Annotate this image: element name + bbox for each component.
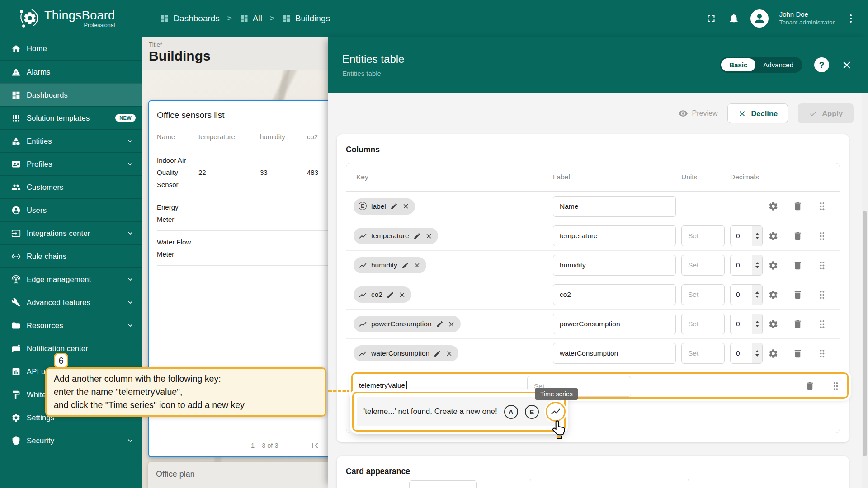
delete-trash-icon[interactable]	[793, 348, 803, 359]
decline-button[interactable]: Decline	[727, 103, 788, 123]
decimals-stepper[interactable]	[752, 226, 762, 246]
edit-icon[interactable]	[413, 232, 421, 240]
key-chip[interactable]: powerConsumption	[354, 316, 461, 332]
sidebar-item[interactable]: Profiles	[0, 152, 142, 175]
decimals-stepper[interactable]	[752, 255, 762, 275]
delete-trash-icon[interactable]	[793, 290, 803, 300]
delete-trash-icon[interactable]	[793, 319, 803, 329]
sidebar-item[interactable]: Notification center	[0, 337, 142, 360]
app-logo[interactable]: ThingsBoard Professional	[0, 8, 115, 29]
delete-trash-icon[interactable]	[793, 201, 803, 211]
column-settings-gear-icon[interactable]	[768, 319, 778, 329]
sidebar-item[interactable]: Integrations center	[0, 221, 142, 244]
appearance-field[interactable]	[409, 480, 477, 488]
attribute-icon[interactable]: A	[504, 405, 518, 419]
drag-handle-icon[interactable]	[830, 381, 841, 391]
column-settings-gear-icon[interactable]	[768, 260, 778, 271]
column-settings-gear-icon[interactable]	[768, 348, 778, 359]
key-chip[interactable]: E label	[354, 198, 415, 215]
toggle-advanced[interactable]: Advanced	[755, 61, 801, 69]
label-input[interactable]: Name	[553, 196, 676, 217]
drag-handle-icon[interactable]	[817, 348, 827, 359]
decimals-input[interactable]: 0	[730, 314, 763, 334]
edit-icon[interactable]	[387, 291, 394, 299]
apply-button[interactable]: Apply	[798, 103, 854, 123]
edit-icon[interactable]	[436, 320, 443, 328]
create-new-key-option[interactable]: 'teleme...' not found. Create a new one!…	[357, 397, 561, 426]
first-page-icon[interactable]	[310, 440, 321, 451]
drag-handle-icon[interactable]	[817, 319, 827, 329]
remove-icon[interactable]	[402, 202, 410, 210]
drag-handle-icon[interactable]	[817, 290, 827, 300]
remove-icon[interactable]	[398, 291, 406, 299]
notifications-bell-icon[interactable]	[728, 13, 740, 24]
label-input[interactable]: co2	[553, 284, 676, 305]
key-input[interactable]: telemetryValue	[359, 381, 405, 389]
units-input[interactable]: Set	[681, 255, 725, 276]
table-row[interactable]: Energy Meter	[157, 196, 328, 231]
decimals-input[interactable]: 0	[730, 255, 763, 276]
breadcrumb-all[interactable]: All	[240, 14, 262, 23]
user-info[interactable]: John Doe Tenant administrator	[779, 10, 835, 27]
decimals-input[interactable]: 0	[730, 284, 763, 305]
office-plan-widget[interactable]: Office plan	[148, 462, 328, 488]
sidebar-item[interactable]: Home	[0, 37, 142, 60]
close-icon[interactable]	[841, 59, 853, 71]
decimals-input[interactable]: 0	[730, 225, 763, 246]
breadcrumb-buildings[interactable]: Buildings	[282, 14, 330, 23]
remove-icon[interactable]	[425, 232, 433, 240]
edit-icon[interactable]	[401, 262, 409, 269]
sidebar-item[interactable]: Advanced features	[0, 291, 142, 314]
sidebar-item[interactable]: Security	[0, 429, 142, 452]
sidebar-item[interactable]: Solution templates NEW	[0, 106, 142, 129]
preview-button[interactable]: Preview	[678, 108, 718, 118]
units-input[interactable]: Set	[681, 284, 725, 305]
remove-icon[interactable]	[413, 262, 421, 269]
label-input[interactable]: temperature	[553, 225, 676, 246]
decimals-stepper[interactable]	[752, 314, 762, 334]
table-row[interactable]: Indoor Air Quality Sensor 22 33 483	[157, 149, 328, 196]
sidebar-item[interactable]: Dashboards	[0, 83, 142, 106]
key-chip[interactable]: co2	[354, 286, 411, 303]
delete-trash-icon[interactable]	[793, 231, 803, 241]
label-input[interactable]: humidity	[553, 255, 676, 276]
table-row[interactable]: Water Flow Meter	[157, 231, 328, 266]
edit-icon[interactable]	[390, 202, 398, 210]
more-menu-icon[interactable]	[845, 13, 856, 24]
column-settings-gear-icon[interactable]	[768, 201, 778, 211]
units-input[interactable]: Set	[681, 343, 725, 364]
delete-trash-icon[interactable]	[805, 381, 815, 391]
appearance-field[interactable]	[530, 479, 689, 488]
edit-icon[interactable]	[434, 350, 441, 357]
column-settings-gear-icon[interactable]	[768, 290, 778, 300]
decimals-input[interactable]: 0	[730, 343, 763, 364]
label-input[interactable]: waterConsumption	[553, 343, 676, 364]
breadcrumb-dashboards[interactable]: Dashboards	[160, 14, 219, 23]
col-header-humidity[interactable]: humidity	[260, 133, 307, 141]
remove-icon[interactable]	[445, 350, 453, 357]
sidebar-item[interactable]: Users	[0, 198, 142, 221]
sidebar-item[interactable]: Entities	[0, 129, 142, 152]
delete-trash-icon[interactable]	[793, 260, 803, 271]
units-input[interactable]: Set	[681, 225, 725, 246]
toggle-basic[interactable]: Basic	[721, 58, 755, 71]
entity-field-icon[interactable]: E	[525, 405, 539, 419]
key-chip[interactable]: humidity	[354, 257, 426, 273]
sidebar-item[interactable]: Rule chains	[0, 244, 142, 267]
col-header-co2[interactable]: co2	[307, 133, 328, 141]
avatar[interactable]	[750, 9, 769, 28]
label-input[interactable]: powerConsumption	[553, 314, 676, 334]
key-chip[interactable]: temperature	[354, 228, 438, 244]
sidebar-item[interactable]: Resources	[0, 314, 142, 337]
units-input[interactable]: Set	[681, 314, 725, 334]
drag-handle-icon[interactable]	[817, 201, 827, 211]
drag-handle-icon[interactable]	[817, 231, 827, 241]
dashboard-title-input[interactable]: Buildings	[149, 48, 321, 64]
column-settings-gear-icon[interactable]	[768, 231, 778, 241]
col-header-name[interactable]: Name	[157, 133, 198, 141]
decimals-stepper[interactable]	[752, 343, 762, 363]
sidebar-item[interactable]: Customers	[0, 175, 142, 198]
help-icon[interactable]: ?	[814, 57, 829, 72]
key-chip[interactable]: waterConsumption	[354, 345, 458, 361]
fullscreen-icon[interactable]	[705, 13, 717, 24]
